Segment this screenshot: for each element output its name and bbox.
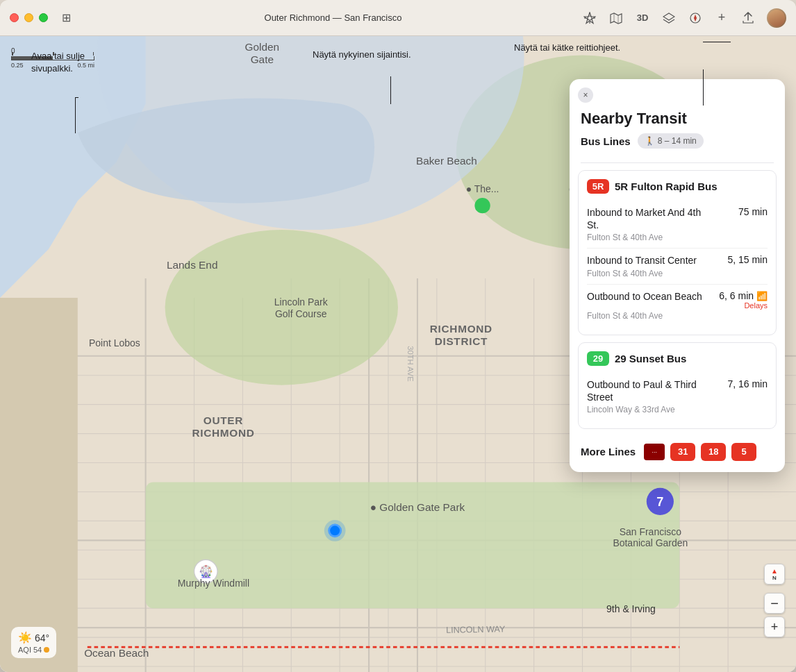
panel-header: Nearby Transit Bus Lines 🚶 8 – 14 min (570, 100, 785, 156)
svg-text:Lincoln Park: Lincoln Park (274, 296, 328, 308)
route-5r-header: 5R 5R Fulton Rapid Bus (587, 179, 768, 194)
svg-text:9th & Irving: 9th & Irving (606, 603, 656, 614)
dest-5r-2: Inbound to Transit Center (587, 254, 697, 267)
add-icon[interactable]: + (714, 10, 729, 26)
panel-close-button[interactable]: × (578, 87, 593, 103)
panel-divider-1 (581, 162, 774, 163)
svg-text:Baker Beach: Baker Beach (416, 155, 477, 167)
sidebar-toggle-button[interactable]: ⊞ (56, 11, 76, 25)
weather-temp: 64° (35, 632, 49, 644)
svg-text:San Francisco: San Francisco (620, 526, 682, 537)
more-badge-31[interactable]: 31 (670, 443, 695, 461)
bus-route-5r[interactable]: 5R 5R Fulton Rapid Bus Inbound to Market… (578, 170, 777, 335)
svg-text:RICHMOND: RICHMOND (192, 427, 254, 439)
route-29-header: 29 29 Sunset Bus (587, 351, 768, 366)
svg-text:LINCOLN WAY: LINCOLN WAY (446, 624, 506, 635)
minimize-button[interactable] (24, 13, 33, 22)
svg-text:DISTRICT: DISTRICT (435, 335, 488, 347)
maximize-button[interactable] (39, 13, 48, 22)
map-view-icon[interactable] (608, 10, 624, 26)
location-icon[interactable] (582, 10, 597, 26)
stop-5r-3: Fulton St & 40th Ave (587, 311, 768, 321)
schedule-5r-2[interactable]: Inbound to Transit Center 5, 15 min Fult… (587, 249, 768, 284)
north-arrow-red: ▲ (771, 568, 778, 575)
transit-panel: × Nearby Transit Bus Lines 🚶 8 – 14 min … (570, 79, 785, 472)
svg-text:Golf Course: Golf Course (275, 308, 327, 319)
svg-text:Gate: Gate (251, 53, 274, 65)
svg-text:● Golden Gate Park: ● Golden Gate Park (370, 501, 465, 513)
stop-5r-2: Fulton St & 40th Ave (587, 269, 768, 278)
delay-badge-5r: Delays (719, 301, 768, 310)
zoom-in-button[interactable]: + (764, 616, 785, 637)
schedule-29-1[interactable]: Outbound to Paul & Third Street 7, 16 mi… (587, 373, 768, 420)
walk-icon: 🚶 (645, 136, 655, 146)
compass-icon[interactable] (688, 10, 703, 26)
aqi-value: 54 (33, 646, 42, 654)
walk-time: 8 – 14 min (658, 136, 697, 146)
svg-text:Botanical Garden: Botanical Garden (613, 537, 688, 548)
panel-subtitle-row: Bus Lines 🚶 8 – 14 min (581, 133, 774, 149)
time-29-1: 7, 16 min (727, 378, 768, 389)
close-button[interactable] (10, 13, 19, 22)
dest-29-1: Outbound to Paul & Third Street (587, 378, 712, 403)
scale-max: 0.5 mi (77, 62, 94, 69)
time-5r-3: 6, 6 min 📶 (719, 290, 768, 301)
window-title: Outer Richmond — San Francisco (84, 12, 582, 23)
delay-icon: 📶 (756, 291, 768, 301)
svg-point-0 (588, 16, 592, 20)
more-badge-5[interactable]: 5 (731, 443, 756, 461)
svg-text:RICHMOND: RICHMOND (430, 323, 492, 335)
more-badge-18[interactable]: 18 (701, 443, 726, 461)
route-5r-name: 5R Fulton Rapid Bus (615, 180, 718, 192)
dest-5r-1: Inbound to Market And 4th St. (587, 206, 712, 231)
time-5r-1: 75 min (738, 206, 768, 217)
svg-text:Murphy Windmill: Murphy Windmill (178, 578, 249, 589)
svg-text:🎡: 🎡 (199, 564, 213, 579)
more-lines-row[interactable]: More Lines ··· 31 18 5 (570, 436, 785, 461)
zoom-out-button[interactable]: − (764, 593, 785, 614)
scale-mid: 0.25 (11, 62, 24, 69)
svg-rect-44 (0, 298, 78, 672)
aqi-indicator (44, 647, 49, 653)
north-indicator[interactable]: ▲ N (764, 564, 785, 585)
user-avatar[interactable] (767, 8, 786, 28)
svg-text:● The...: ● The... (466, 183, 499, 194)
schedule-5r-1[interactable]: Inbound to Market And 4th St. 75 min Ful… (587, 201, 768, 249)
three-d-icon[interactable]: 3D (635, 10, 650, 26)
stop-29-1: Lincoln Way & 33rd Ave (587, 405, 768, 414)
svg-text:Golden: Golden (245, 41, 280, 53)
weather-icon: ☀️ (18, 631, 32, 644)
svg-text:OUTER: OUTER (204, 414, 243, 426)
dest-5r-3: Outbound to Ocean Beach (587, 290, 702, 303)
svg-point-46 (474, 198, 490, 213)
scale-bar: 0 0.25 0.5 mi (11, 47, 94, 69)
svg-text:30TH AVE: 30TH AVE (406, 346, 415, 381)
titlebar: ⊞ Outer Richmond — San Francisco (0, 0, 796, 36)
traffic-lights (10, 13, 48, 22)
map-controls: ▲ N − + (764, 564, 785, 637)
route-29-badge: 29 (587, 351, 609, 366)
svg-point-51 (330, 526, 340, 535)
toolbar-icons: 3D + (582, 8, 786, 28)
north-label: N (772, 575, 777, 581)
svg-text:Lands End: Lands End (167, 259, 217, 271)
app-window: ⊞ Outer Richmond — San Francisco (0, 0, 796, 672)
panel-title: Nearby Transit (581, 110, 774, 128)
aqi-label: AQI (18, 646, 31, 654)
bus-lines-label: Bus Lines (581, 135, 631, 147)
map-container[interactable]: 7 🎡 🌊 🧭 Golden Gate Baker Beach ● The...… (0, 36, 796, 672)
walk-time-badge: 🚶 8 – 14 min (638, 133, 704, 149)
more-lines-label: More Lines (581, 446, 636, 457)
svg-text:7: 7 (656, 495, 663, 509)
schedule-5r-3[interactable]: Outbound to Ocean Beach 6, 6 min 📶 Delay… (587, 285, 768, 326)
route-5r-badge: 5R (587, 179, 609, 194)
svg-text:Ocean Beach: Ocean Beach (84, 647, 149, 659)
bus-route-29[interactable]: 29 29 Sunset Bus Outbound to Paul & Thir… (578, 342, 777, 429)
layers-icon[interactable] (661, 10, 677, 26)
more-lines-icon: ··· (644, 444, 665, 460)
time-5r-2: 5, 15 min (727, 254, 768, 265)
time-5r-3-value: 6, 6 min (719, 290, 754, 301)
stop-5r-1: Fulton St & 40th Ave (587, 233, 768, 242)
share-icon[interactable] (740, 10, 756, 26)
svg-text:Point Lobos: Point Lobos (89, 337, 140, 348)
